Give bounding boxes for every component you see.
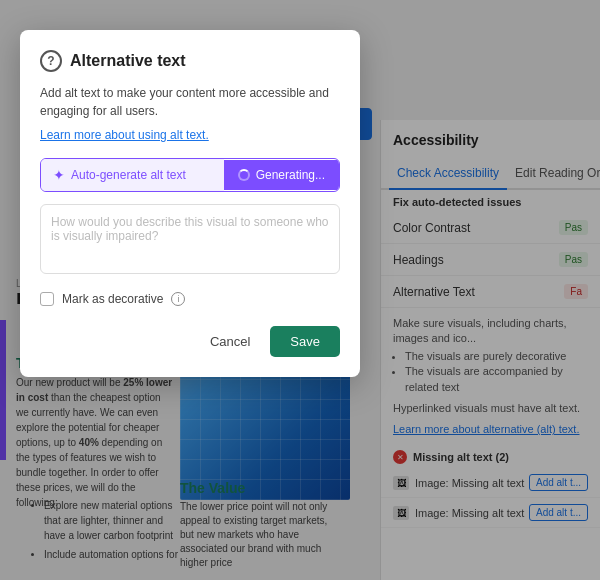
modal-icon: ? [40, 50, 62, 72]
modal-icon-label: ? [47, 54, 54, 68]
sparkle-icon: ✦ [53, 167, 65, 183]
modal-buttons: Cancel Save [40, 326, 340, 357]
modal-title: Alternative text [70, 52, 186, 70]
generating-label: Generating... [256, 168, 325, 182]
modal-description: Add alt text to make your content more a… [40, 84, 340, 120]
save-button[interactable]: Save [270, 326, 340, 357]
alt-text-textarea[interactable] [40, 204, 340, 274]
modal-learn-more-link[interactable]: Learn more about using alt text. [40, 128, 340, 142]
info-icon[interactable]: i [171, 292, 185, 306]
autogen-left: ✦ Auto-generate alt text [41, 159, 224, 191]
autogen-label: Auto-generate alt text [71, 168, 186, 182]
checkbox-row: Mark as decorative i [40, 292, 340, 306]
generating-button[interactable]: Generating... [224, 160, 339, 190]
modal-header: ? Alternative text [40, 50, 340, 72]
spinner-icon [238, 169, 250, 181]
decorative-checkbox[interactable] [40, 292, 54, 306]
cancel-button[interactable]: Cancel [200, 328, 260, 355]
autogen-row: ✦ Auto-generate alt text Generating... [40, 158, 340, 192]
alt-text-modal: ? Alternative text Add alt text to make … [20, 30, 360, 377]
checkbox-label: Mark as decorative [62, 292, 163, 306]
